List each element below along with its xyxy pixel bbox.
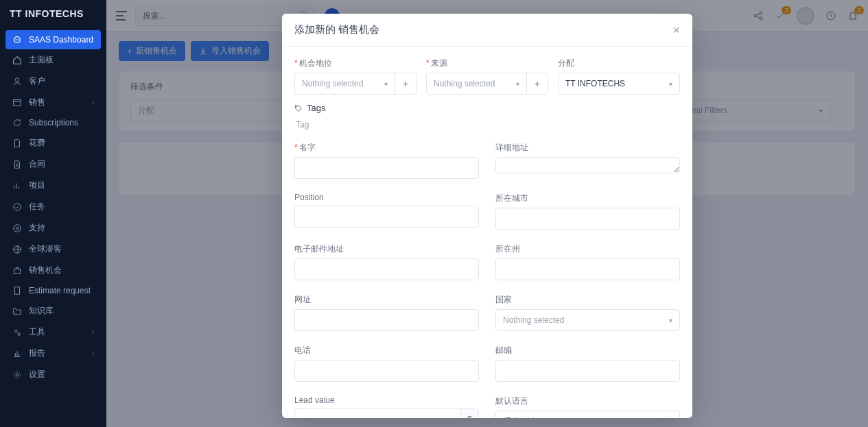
language-label: 默认语言 [495,395,680,407]
chevron-down-icon: ▾ [669,80,672,88]
add-source-button[interactable]: + [526,73,548,95]
report-icon [12,349,22,358]
sidebar-item-support[interactable]: 支持 [5,217,101,239]
sidebar-item-tasks[interactable]: 任务 [5,196,101,217]
sidebar-item-knowledge[interactable]: 知识库 [5,300,101,321]
assign-select[interactable]: TT INFOTECHS▾ [558,73,680,95]
sidebar-item-label: SAAS Dashboard [29,35,93,45]
select-value: Nothing selected [503,315,564,325]
sidebar: TT INFOTECHS SAAS Dashboard 主面板 客户 销售› S… [0,0,106,427]
opportunity-icon [12,266,22,276]
position-input[interactable] [294,206,479,228]
file-icon [12,138,22,148]
sidebar-item-sales[interactable]: 销售› [5,92,101,113]
svg-rect-8 [15,287,20,295]
sidebar-item-label: 支持 [29,222,45,234]
refresh-icon [12,118,22,127]
select-value: TT INFOTECHS [565,79,625,88]
sidebar-nav: SAAS Dashboard 主面板 客户 销售› Subscriptions … [0,27,106,388]
globe-icon [12,245,22,254]
sidebar-item-label: Subscriptions [29,118,78,127]
state-label: 所在州 [495,243,680,255]
currency-suffix: $ [460,408,479,418]
chevron-right-icon: › [92,328,94,336]
address-input[interactable] [495,157,680,173]
sidebar-item-label: 客户 [29,75,45,87]
modal-overlay: 添加新的 销售机会 × *机会地位 Nothing selected▾+ *来源… [106,0,868,427]
select-value: 系统默认 [503,416,536,419]
email-input[interactable] [294,258,479,280]
sidebar-item-expenses[interactable]: 花费 [5,132,101,154]
sidebar-item-label: 销售机会 [29,265,62,276]
folder-icon [12,306,22,316]
city-label: 所在城市 [495,193,680,204]
phone-input[interactable] [294,360,479,382]
main-area: + 3 2 +新销售机会 导入销售机会 筛选条件 分配▾ Additional … [106,0,868,427]
zip-input[interactable] [495,360,680,382]
svg-rect-2 [14,99,21,106]
svg-point-9 [15,330,18,332]
dashboard-icon [12,35,22,45]
select-value: Nothing selected [434,79,495,88]
svg-point-10 [18,332,21,335]
city-input[interactable] [495,208,680,230]
svg-rect-7 [14,269,21,273]
modal-header: 添加新的 销售机会 × [282,14,692,47]
sidebar-item-subscriptions[interactable]: Subscriptions [5,113,101,132]
source-select[interactable]: Nothing selected▾ [426,73,526,95]
opportunity-status-select[interactable]: Nothing selected▾ [294,73,395,95]
tags-input[interactable]: Tag [294,117,680,132]
support-icon [12,223,22,233]
address-label: 详细地址 [495,142,680,154]
country-select[interactable]: Nothing selected▾ [495,309,680,331]
sidebar-item-estimate[interactable]: Estimate request [5,281,101,300]
home-icon [12,56,22,65]
sidebar-item-dashboard[interactable]: SAAS Dashboard [5,30,101,49]
user-icon [12,77,22,86]
sidebar-item-label: 销售 [29,97,45,108]
website-input[interactable] [294,309,479,331]
name-input[interactable] [294,157,479,179]
sidebar-item-reports[interactable]: 报告› [5,343,101,364]
document-icon [12,160,22,169]
chevron-down-icon: ▾ [384,80,388,88]
add-status-button[interactable]: + [395,73,417,95]
position-label: Position [294,193,479,202]
phone-label: 电话 [294,345,479,356]
sidebar-item-label: Estimate request [29,286,91,295]
chart-icon [12,181,22,191]
sidebar-item-leads[interactable]: 全球潜客 [5,239,101,260]
leadvalue-input[interactable] [294,408,460,418]
sidebar-item-settings[interactable]: 设置 [5,364,101,385]
website-label: 网址 [294,294,479,306]
sidebar-item-label: 全球潜客 [29,243,62,255]
modal-title: 添加新的 销售机会 [294,23,379,36]
sidebar-item-projects[interactable]: 项目 [5,175,101,196]
sidebar-item-contracts[interactable]: 合同 [5,154,101,175]
chevron-down-icon: ▾ [669,418,672,419]
sidebar-item-label: 报告 [29,347,45,359]
assign-label: 分配 [558,58,680,69]
chevron-down-icon: ▾ [516,80,519,88]
page-icon [12,286,22,295]
svg-point-3 [14,203,21,210]
select-value: Nothing selected [302,79,363,88]
state-input[interactable] [495,258,680,280]
tags-label: Tags [307,103,325,113]
sidebar-item-tools[interactable]: 工具› [5,321,101,343]
svg-point-17 [296,106,298,108]
check-icon [12,202,22,212]
sidebar-item-label: 工具 [29,326,45,338]
close-icon[interactable]: × [672,24,680,36]
modal-body: *机会地位 Nothing selected▾+ *来源 Nothing sel… [282,47,692,418]
svg-point-4 [14,224,21,232]
sidebar-item-label: 知识库 [29,305,54,317]
country-label: 国家 [495,294,680,306]
language-select[interactable]: 系统默认▾ [495,411,680,418]
sidebar-item-home[interactable]: 主面板 [5,49,101,71]
sidebar-item-opportunities[interactable]: 销售机会 [5,260,101,281]
sales-icon [12,98,22,108]
sidebar-item-customers[interactable]: 客户 [5,71,101,92]
sidebar-item-label: 项目 [29,180,45,191]
svg-point-1 [15,77,19,81]
